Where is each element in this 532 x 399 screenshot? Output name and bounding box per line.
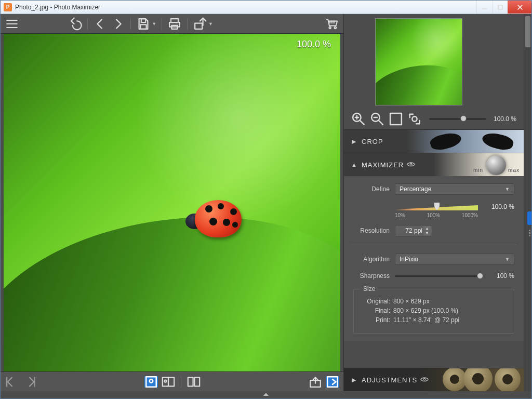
- svg-point-22: [149, 379, 153, 383]
- scale-marks: 10% 100% 1000%: [395, 212, 478, 218]
- view-sidebyside-button[interactable]: [187, 375, 201, 389]
- share-button[interactable]: [193, 17, 207, 31]
- crop-header[interactable]: ▶ CROP: [344, 130, 524, 153]
- menu-button[interactable]: [5, 17, 19, 31]
- sharpness-label: Sharpness: [353, 272, 390, 280]
- back-button[interactable]: [93, 17, 108, 31]
- size-final: 800 × 629 px (100.0 %): [393, 307, 458, 314]
- app-icon: P: [4, 3, 12, 11]
- collapse-icon: ▲: [351, 162, 356, 168]
- algorithm-label: Algorithm: [353, 256, 390, 263]
- scale-value: 100.0 %: [491, 203, 514, 210]
- svg-rect-27: [194, 377, 200, 386]
- image-canvas[interactable]: 100.0 %: [4, 34, 340, 371]
- view-original-button[interactable]: [144, 376, 158, 388]
- maximizer-title: MAXIMIZER: [362, 161, 404, 169]
- expand-icon: ▶: [351, 138, 356, 145]
- separator: [130, 18, 131, 30]
- crop-hands-icon: [430, 130, 513, 153]
- cart-button[interactable]: [325, 17, 339, 31]
- svg-rect-10: [169, 22, 180, 26]
- panel-grip-icon: [529, 230, 530, 236]
- top-toolbar: ▼ ▼: [1, 14, 343, 34]
- forward-button[interactable]: [111, 17, 125, 31]
- expand-icon: ▶: [351, 377, 356, 383]
- minimize-button[interactable]: [476, 1, 492, 14]
- scale-slider[interactable]: 100.0 % 10% 100% 1000%: [395, 202, 514, 218]
- undo-button[interactable]: [68, 17, 82, 31]
- separator: [87, 18, 88, 30]
- photo-subject: [185, 196, 243, 240]
- close-button[interactable]: [508, 1, 531, 14]
- svg-point-15: [335, 26, 337, 29]
- svg-point-14: [329, 26, 331, 29]
- svg-line-36: [379, 121, 383, 125]
- share-dropdown-icon[interactable]: ▼: [208, 21, 213, 26]
- size-legend: Size: [360, 285, 378, 292]
- dial-max-label: max: [508, 167, 520, 173]
- svg-rect-21: [146, 377, 156, 387]
- separator: [162, 18, 162, 30]
- next-image-button[interactable]: [22, 375, 37, 389]
- save-dropdown-icon[interactable]: ▼: [152, 21, 156, 26]
- crop-title: CROP: [362, 138, 383, 145]
- maximizer-header[interactable]: ▲ MAXIMIZER min max: [344, 153, 524, 176]
- sharpness-slider[interactable]: [395, 275, 483, 277]
- zoom-in-icon[interactable]: [351, 112, 366, 126]
- navigator-thumbnail[interactable]: [375, 18, 462, 105]
- maximize-button[interactable]: [492, 1, 508, 14]
- bottom-toolbar: [1, 371, 343, 391]
- panel-scrollbar[interactable]: [524, 14, 531, 391]
- photo-content: [4, 34, 340, 371]
- svg-point-40: [410, 163, 412, 165]
- dial-icon: [486, 155, 506, 175]
- left-pane: ▼ ▼: [1, 14, 343, 391]
- print-button[interactable]: [167, 17, 182, 31]
- svg-rect-12: [195, 23, 202, 29]
- right-panel: 100.0 % ▶ CROP ▲ MAXIMIZER: [343, 14, 531, 391]
- panel-collapse-handle[interactable]: [527, 211, 531, 225]
- adjustments-title: ADJUSTMENTS: [362, 376, 417, 384]
- visibility-icon[interactable]: [407, 161, 415, 169]
- navigator-tools: 100.0 %: [344, 109, 524, 129]
- define-label: Define: [353, 185, 390, 193]
- svg-rect-38: [390, 113, 402, 125]
- step-down-icon[interactable]: ▼: [423, 231, 431, 236]
- adjustments-section: ▶ ADJUSTMENTS: [344, 368, 524, 391]
- separator: [181, 376, 181, 388]
- define-dropdown[interactable]: Percentage: [395, 183, 514, 195]
- svg-point-25: [164, 380, 166, 382]
- svg-rect-1: [498, 5, 502, 9]
- algorithm-dropdown[interactable]: InPixio: [395, 254, 514, 265]
- canvas-zoom-label: 100.0 %: [297, 39, 331, 50]
- titlebar: P Photo_2.jpg - Photo Maximizer: [1, 1, 531, 14]
- zoom-fit-icon[interactable]: [389, 112, 403, 126]
- export-button[interactable]: [308, 375, 323, 389]
- bottom-expand-handle[interactable]: ▲: [1, 391, 531, 398]
- window-buttons: [476, 1, 531, 14]
- svg-rect-8: [141, 24, 147, 29]
- svg-rect-7: [141, 19, 145, 22]
- define-value: Percentage: [400, 185, 431, 193]
- navigator-zoom-slider[interactable]: [429, 118, 486, 120]
- view-split-button[interactable]: [161, 375, 176, 389]
- crop-section: ▶ CROP: [344, 129, 524, 153]
- resolution-input[interactable]: 72 ppi ▲▼: [395, 225, 432, 236]
- zoom-actual-icon[interactable]: [407, 112, 422, 126]
- maximizer-section: ▲ MAXIMIZER min max Define Percentage: [344, 153, 524, 341]
- step-up-icon[interactable]: ▲: [423, 226, 431, 231]
- dial-min-label: min: [473, 167, 483, 173]
- zoom-out-icon[interactable]: [370, 112, 384, 126]
- save-button[interactable]: [136, 17, 151, 31]
- apply-button[interactable]: [326, 376, 339, 388]
- workspace: ▼ ▼: [1, 14, 531, 391]
- navigator-zoom-value: 100.0 %: [494, 115, 516, 123]
- canvas-wrap: 100.0 %: [4, 34, 340, 371]
- algorithm-value: InPixio: [400, 256, 418, 263]
- app-window: P Photo_2.jpg - Photo Maximizer ▼: [0, 0, 532, 399]
- prev-image-button[interactable]: [5, 375, 19, 389]
- separator: [187, 18, 188, 30]
- gears-icon: [415, 368, 524, 391]
- sharpness-value: 100 %: [488, 272, 514, 280]
- adjustments-header[interactable]: ▶ ADJUSTMENTS: [344, 368, 524, 391]
